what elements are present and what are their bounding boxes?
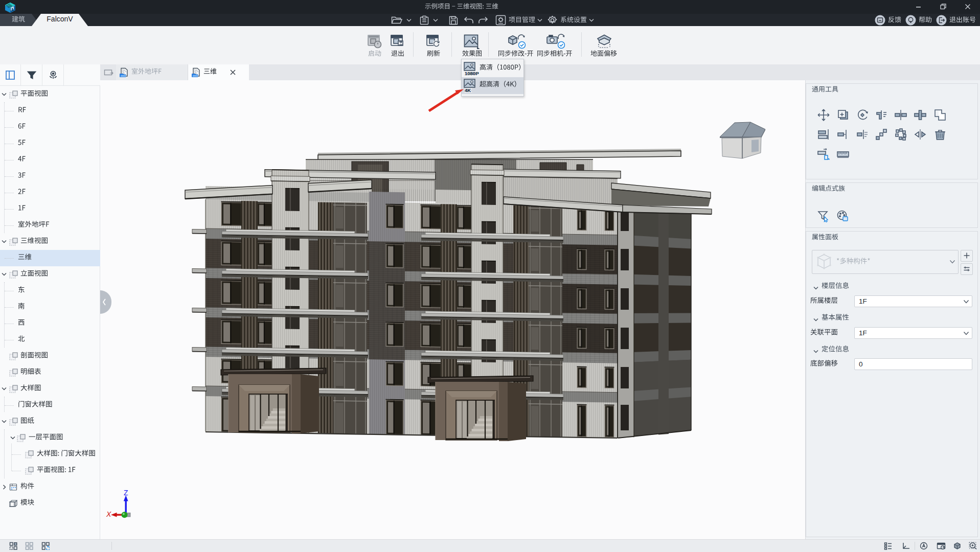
svg-text:X: X [106, 510, 111, 518]
svg-text:1080P: 1080P [465, 71, 479, 76]
svg-text:Z: Z [124, 489, 128, 497]
